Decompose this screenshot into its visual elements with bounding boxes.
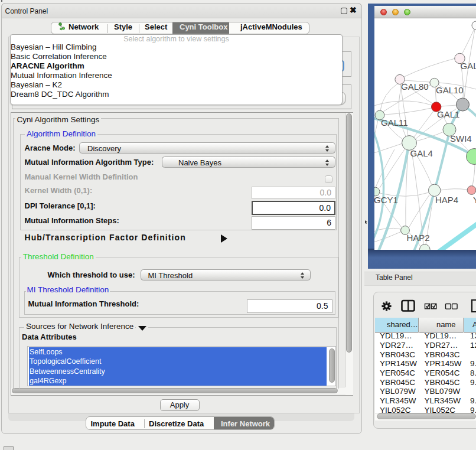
svg-text:GCY1: GCY1 [374, 194, 398, 204]
svg-text:YM: YM [473, 194, 476, 204]
svg-text:HAP4: HAP4 [435, 194, 458, 204]
svg-text:GAL10: GAL10 [436, 85, 464, 95]
svg-text:GAL2: GAL2 [461, 61, 476, 71]
svg-text:GAL80: GAL80 [401, 81, 429, 92]
svg-text:GAL4: GAL4 [410, 148, 433, 158]
svg-text:SWI4: SWI4 [450, 133, 472, 144]
svg-text:GAL11: GAL11 [381, 118, 408, 128]
svg-text:HAP2: HAP2 [406, 233, 429, 243]
svg-text:GAL1: GAL1 [437, 109, 459, 119]
